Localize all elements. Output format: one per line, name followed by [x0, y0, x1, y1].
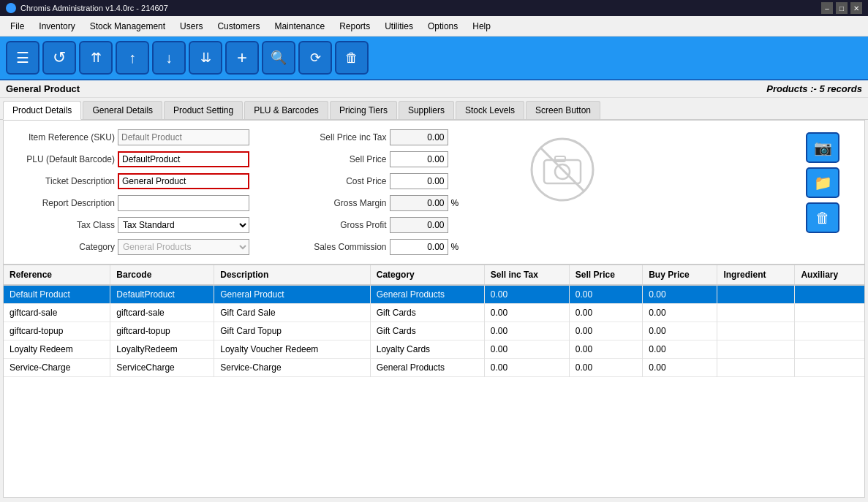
form-left: Item Reference (SKU) PLU (Default Barcod…: [12, 129, 284, 255]
col-category[interactable]: Category: [370, 265, 484, 285]
camera-button[interactable]: 📷: [806, 132, 839, 163]
prev-button[interactable]: ↑: [116, 41, 149, 75]
svg-point-2: [555, 164, 570, 179]
col-reference[interactable]: Reference: [4, 265, 110, 285]
menu-inventory[interactable]: Inventory: [31, 18, 82, 34]
table-row[interactable]: Default ProductDefaultProductGeneral Pro…: [4, 285, 864, 304]
table-cell: 0.00: [643, 322, 717, 341]
maximize-button[interactable]: □: [836, 2, 848, 14]
tab-plu-barcodes[interactable]: PLU & Barcodes: [244, 101, 328, 119]
category-row: Category General Products: [12, 239, 284, 255]
tab-bar: Product Details General Details Product …: [0, 98, 868, 120]
report-desc-input[interactable]: [118, 195, 249, 211]
menu-utilities[interactable]: Utilities: [377, 18, 420, 34]
menu-options[interactable]: Options: [420, 18, 465, 34]
table-cell: 0.00: [569, 359, 642, 377]
menu-file[interactable]: File: [3, 18, 31, 34]
gross-profit-label: Gross Profit: [299, 220, 387, 230]
sell-price-inc-tax-label: Sell Price inc Tax: [299, 132, 387, 142]
col-description[interactable]: Description: [214, 265, 371, 285]
sales-commission-input[interactable]: [390, 239, 448, 255]
delete-image-button[interactable]: 🗑: [806, 202, 839, 233]
search-button[interactable]: 🔍: [262, 41, 295, 75]
table-row[interactable]: giftcard-salegiftcard-saleGift Card Sale…: [4, 304, 864, 322]
tax-class-label: Tax Class: [12, 220, 115, 230]
first-button[interactable]: ⇈: [79, 41, 113, 75]
form-action-buttons: 📷 📁 🗑: [790, 129, 856, 255]
last-button[interactable]: ⇊: [189, 41, 222, 75]
menu-reports[interactable]: Reports: [332, 18, 377, 34]
plu-input[interactable]: [118, 151, 249, 167]
item-reference-input[interactable]: [118, 129, 249, 145]
gross-margin-label: Gross Margin: [299, 198, 387, 208]
sell-price-input[interactable]: [390, 151, 448, 167]
tab-general-details[interactable]: General Details: [83, 101, 162, 119]
table-cell: Gift Card Topup: [214, 322, 371, 341]
col-ingredient[interactable]: Ingredient: [717, 265, 795, 285]
sales-commission-label: Sales Commission: [299, 242, 387, 252]
tab-suppliers[interactable]: Suppliers: [399, 101, 454, 119]
menu-help[interactable]: Help: [465, 18, 498, 34]
gross-profit-row: Gross Profit: [299, 217, 489, 233]
table-cell: [795, 341, 864, 359]
category-select[interactable]: General Products: [118, 239, 249, 255]
tab-product-details[interactable]: Product Details: [3, 101, 81, 120]
table-cell: [795, 359, 864, 377]
gross-profit-input[interactable]: [390, 217, 448, 233]
gross-margin-input[interactable]: [390, 195, 448, 211]
table-cell: General Products: [370, 359, 484, 377]
table-cell: giftcard-topup: [4, 322, 110, 341]
close-button[interactable]: ✕: [850, 2, 862, 14]
tab-screen-button[interactable]: Screen Button: [526, 101, 600, 119]
menu-bar: File Inventory Stock Management Users Cu…: [0, 16, 868, 37]
save-button[interactable]: ⟳: [298, 41, 332, 75]
table-cell: Gift Cards: [370, 322, 484, 341]
table-cell: Default Product: [4, 285, 110, 304]
tab-product-setting[interactable]: Product Setting: [164, 101, 243, 119]
col-auxiliary[interactable]: Auxiliary: [795, 265, 864, 285]
col-sell-price[interactable]: Sell Price: [569, 265, 642, 285]
refresh-button[interactable]: ↺: [42, 41, 76, 75]
sell-price-inc-tax-input[interactable]: [390, 129, 448, 145]
table-cell: [717, 322, 795, 341]
col-sell-inc-tax[interactable]: Sell inc Tax: [484, 265, 569, 285]
table-cell: 0.00: [569, 304, 642, 322]
tax-class-select[interactable]: Tax Standard: [118, 217, 249, 233]
gross-margin-row: Gross Margin %: [299, 195, 489, 211]
plu-label: PLU (Default Barcode): [12, 154, 115, 164]
minimize-button[interactable]: –: [821, 2, 833, 14]
gross-margin-unit: %: [451, 198, 459, 208]
list-button[interactable]: ☰: [6, 41, 39, 75]
menu-stock-management[interactable]: Stock Management: [83, 18, 173, 34]
cost-price-label: Cost Price: [299, 176, 387, 186]
table-cell: Loyalty Redeem: [4, 341, 110, 359]
tab-stock-levels[interactable]: Stock Levels: [456, 101, 524, 119]
delete-button[interactable]: 🗑: [335, 41, 369, 75]
table-body: Default ProductDefaultProductGeneral Pro…: [4, 285, 864, 377]
cost-price-input[interactable]: [390, 173, 448, 189]
table-row[interactable]: giftcard-topupgiftcard-topupGift Card To…: [4, 322, 864, 341]
table-cell: General Product: [214, 285, 371, 304]
menu-maintenance[interactable]: Maintenance: [267, 18, 332, 34]
table-cell: Loyalty Voucher Redeem: [214, 341, 371, 359]
category-label: Category: [12, 242, 115, 252]
item-reference-label: Item Reference (SKU): [12, 132, 115, 142]
table-row[interactable]: Service-ChargeServiceChargeService-Charg…: [4, 359, 864, 377]
window-controls[interactable]: – □ ✕: [821, 2, 862, 14]
record-count: Products :- 5 records: [766, 83, 862, 94]
title-text: Chromis Administration v1.4.0rc - 214607: [20, 4, 168, 12]
table-cell: 0.00: [643, 341, 717, 359]
new-button[interactable]: +: [225, 41, 259, 75]
table-cell: DefaultProduct: [110, 285, 214, 304]
menu-customers[interactable]: Customers: [210, 18, 267, 34]
table-row[interactable]: Loyalty RedeemLoyaltyRedeemLoyalty Vouch…: [4, 341, 864, 359]
sell-price-row: Sell Price: [299, 151, 489, 167]
folder-button[interactable]: 📁: [806, 167, 839, 198]
tab-pricing-tiers[interactable]: Pricing Tiers: [330, 101, 397, 119]
table-cell: 0.00: [484, 304, 569, 322]
ticket-desc-input[interactable]: [118, 173, 249, 189]
col-buy-price[interactable]: Buy Price: [643, 265, 717, 285]
col-barcode[interactable]: Barcode: [110, 265, 214, 285]
next-button[interactable]: ↓: [152, 41, 186, 75]
menu-users[interactable]: Users: [173, 18, 210, 34]
